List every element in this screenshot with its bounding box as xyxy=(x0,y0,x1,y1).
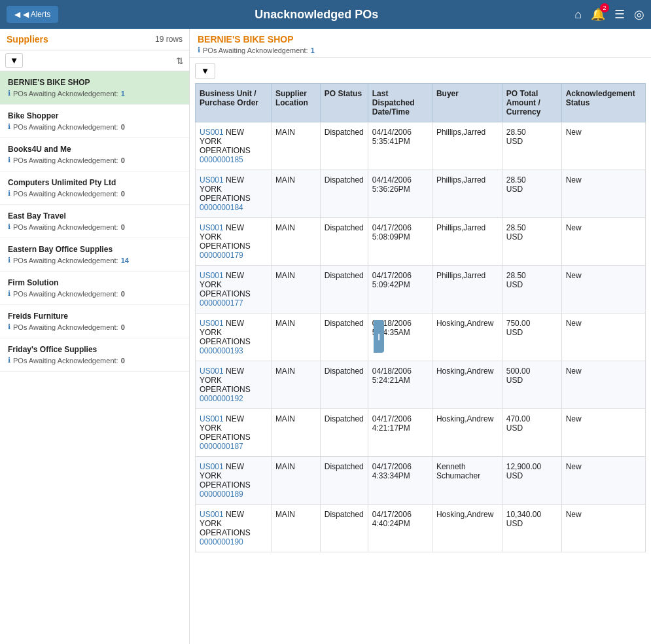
sidebar-item-2[interactable]: Books4U and Me ℹ POs Awaiting Acknowledg… xyxy=(0,138,189,171)
content-shop-name: BERNIE'S BIKE SHOP xyxy=(198,34,643,45)
po-awaiting-count: 1 xyxy=(311,46,315,54)
sidebar-item-8[interactable]: Friday's Office Supplies ℹ POs Awaiting … xyxy=(0,338,189,372)
cell-ack-8: New xyxy=(561,505,645,552)
cell-location-4: MAIN xyxy=(271,313,320,361)
table-row: US001 NEW YORK OPERATIONS 0000000193 MAI… xyxy=(196,313,646,361)
bu-link-2[interactable]: US001 xyxy=(200,223,224,232)
home-icon[interactable]: ⌂ xyxy=(574,8,582,22)
col-header-dispatch: Last Dispatched Date/Time xyxy=(368,84,432,122)
supplier-po-line-3: ℹ POs Awaiting Acknowledgement: 0 xyxy=(8,189,181,198)
po-number-link-1[interactable]: 0000000184 xyxy=(200,203,243,212)
cell-location-6: MAIN xyxy=(271,409,320,457)
po-amount-8: 10,340.00 xyxy=(506,510,541,519)
nav-icons: ⌂ 🔔 2 ☰ ◎ xyxy=(574,7,644,22)
bell-icon[interactable]: 🔔 2 xyxy=(591,7,605,22)
col-header-amount: PO Total Amount / Currency xyxy=(502,84,561,122)
sidebar-item-5[interactable]: Eastern Bay Office Supplies ℹ POs Awaiti… xyxy=(0,238,189,272)
sidebar-item-4[interactable]: East Bay Travel ℹ POs Awaiting Acknowled… xyxy=(0,205,189,238)
sidebar-item-0[interactable]: BERNIE'S BIKE SHOP ℹ POs Awaiting Acknow… xyxy=(0,71,189,105)
bu-link-6[interactable]: US001 xyxy=(200,414,224,423)
info-icon-6: ℹ xyxy=(8,289,10,298)
cell-location-2: MAIN xyxy=(271,218,320,266)
po-count-4: 0 xyxy=(121,223,125,231)
po-amount-3: 28.50 xyxy=(506,271,526,280)
compass-icon[interactable]: ◎ xyxy=(634,7,644,22)
table-row: US001 NEW YORK OPERATIONS 0000000179 MAI… xyxy=(196,218,646,266)
cell-amount-1: 28.50 USD xyxy=(502,170,561,218)
table-row: US001 NEW YORK OPERATIONS 0000000184 MAI… xyxy=(196,170,646,218)
table-filter-button[interactable]: ▼ xyxy=(195,63,215,79)
cell-location-7: MAIN xyxy=(271,457,320,505)
po-number-link-8[interactable]: 0000000190 xyxy=(200,537,243,546)
info-icon-3: ℹ xyxy=(8,189,10,198)
sidebar-list: BERNIE'S BIKE SHOP ℹ POs Awaiting Acknow… xyxy=(0,71,189,644)
content-header: BERNIE'S BIKE SHOP ℹ POs Awaiting Acknow… xyxy=(190,29,651,58)
po-currency-2: USD xyxy=(506,232,523,241)
supplier-name-0: BERNIE'S BIKE SHOP xyxy=(8,78,181,87)
main-layout: Suppliers 19 rows ▼ ⇅ BERNIE'S BIKE SHOP… xyxy=(0,29,651,644)
bu-link-1[interactable]: US001 xyxy=(200,175,224,185)
po-currency-7: USD xyxy=(506,471,523,480)
po-count-3: 0 xyxy=(121,190,125,198)
po-number-link-0[interactable]: 0000000185 xyxy=(200,155,243,164)
po-table: Business Unit / Purchase Order Supplier … xyxy=(195,83,646,552)
bu-link-4[interactable]: US001 xyxy=(200,319,224,328)
po-currency-3: USD xyxy=(506,280,523,289)
po-count-8: 0 xyxy=(121,357,125,365)
po-number-link-2[interactable]: 0000000179 xyxy=(200,251,243,260)
sidebar-header: Suppliers 19 rows xyxy=(0,29,189,50)
po-number-link-5[interactable]: 0000000192 xyxy=(200,394,243,403)
cell-ack-0: New xyxy=(561,122,645,170)
bell-badge: 2 xyxy=(600,3,609,12)
table-row: US001 NEW YORK OPERATIONS 0000000190 MAI… xyxy=(196,505,646,552)
sidebar-collapse-handle[interactable]: ‖ xyxy=(374,320,384,353)
cell-amount-6: 470.00 USD xyxy=(502,409,561,457)
sidebar-item-7[interactable]: Freids Furniture ℹ POs Awaiting Acknowle… xyxy=(0,305,189,338)
po-number-link-7[interactable]: 0000000189 xyxy=(200,490,243,499)
supplier-name-1: Bike Shopper xyxy=(8,111,181,120)
table-row: US001 NEW YORK OPERATIONS 0000000185 MAI… xyxy=(196,122,646,170)
bu-link-7[interactable]: US001 xyxy=(200,462,224,471)
cell-ack-1: New xyxy=(561,170,645,218)
cell-location-0: MAIN xyxy=(271,122,320,170)
supplier-po-line-4: ℹ POs Awaiting Acknowledgement: 0 xyxy=(8,223,181,231)
po-number-link-4[interactable]: 0000000193 xyxy=(200,346,243,355)
info-icon-7: ℹ xyxy=(8,323,10,331)
po-label-2: POs Awaiting Acknowledgement: xyxy=(13,156,118,164)
content-area: BERNIE'S BIKE SHOP ℹ POs Awaiting Acknow… xyxy=(190,29,651,644)
po-label-3: POs Awaiting Acknowledgement: xyxy=(13,190,118,198)
sidebar-item-1[interactable]: Bike Shopper ℹ POs Awaiting Acknowledgem… xyxy=(0,105,189,138)
sidebar-filter-button[interactable]: ▼ xyxy=(5,53,23,68)
po-label-1: POs Awaiting Acknowledgement: xyxy=(13,123,118,131)
sidebar-item-6[interactable]: Firm Solution ℹ POs Awaiting Acknowledge… xyxy=(0,272,189,305)
cell-bu-0: US001 NEW YORK OPERATIONS 0000000185 xyxy=(196,122,272,170)
sidebar-sort-button[interactable]: ⇅ xyxy=(176,56,184,66)
cell-buyer-1: Phillips,Jarred xyxy=(432,170,502,218)
po-currency-6: USD xyxy=(506,423,523,433)
col-header-buyer: Buyer xyxy=(432,84,502,122)
page-title: Unacknowledged POs xyxy=(58,8,574,22)
bu-link-5[interactable]: US001 xyxy=(200,367,224,376)
sidebar-item-3[interactable]: Computers Unlimited Pty Ltd ℹ POs Awaiti… xyxy=(0,171,189,205)
po-number-link-6[interactable]: 0000000187 xyxy=(200,442,243,451)
cell-dispatch-6: 04/17/2006 4:21:17PM xyxy=(368,409,432,457)
po-currency-8: USD xyxy=(506,519,523,528)
cell-bu-7: US001 NEW YORK OPERATIONS 0000000189 xyxy=(196,457,272,505)
supplier-po-line-7: ℹ POs Awaiting Acknowledgement: 0 xyxy=(8,323,181,331)
bu-link-0[interactable]: US001 xyxy=(200,128,224,137)
bu-link-8[interactable]: US001 xyxy=(200,510,224,519)
po-awaiting-label: POs Awaiting Acknowledgement: xyxy=(203,46,308,54)
menu-icon[interactable]: ☰ xyxy=(614,7,625,22)
po-number-link-3[interactable]: 0000000177 xyxy=(200,298,243,308)
cell-bu-1: US001 NEW YORK OPERATIONS 0000000184 xyxy=(196,170,272,218)
back-label: ◀ Alerts xyxy=(23,10,50,19)
cell-ack-7: New xyxy=(561,457,645,505)
cell-location-1: MAIN xyxy=(271,170,320,218)
bu-link-3[interactable]: US001 xyxy=(200,271,224,280)
sidebar-title: Suppliers xyxy=(7,34,48,45)
cell-dispatch-5: 04/18/2006 5:24:21AM xyxy=(368,361,432,409)
cell-ack-6: New xyxy=(561,409,645,457)
po-count-1: 0 xyxy=(121,123,125,131)
back-button[interactable]: ◀ ◀ Alerts xyxy=(7,6,58,23)
po-count-2: 0 xyxy=(121,156,125,164)
